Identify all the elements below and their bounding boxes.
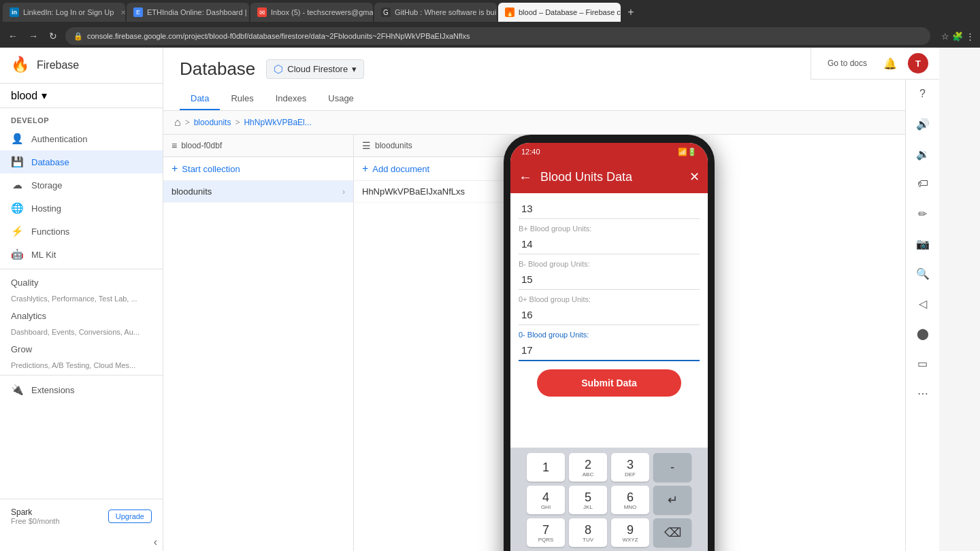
start-collection-button[interactable]: + Start collection — [163, 157, 353, 181]
tab-label-github: GitHub : Where software is built — [395, 8, 497, 16]
key-minus[interactable]: - — [653, 453, 691, 482]
key-enter[interactable]: ↵ — [653, 486, 691, 514]
sidebar-item-mlkit[interactable]: 🤖 ML Kit — [0, 243, 163, 266]
phone-field-label-4: 0+ Blood group Units: — [519, 295, 700, 303]
extensions-icon: 🔌 — [11, 384, 23, 396]
tab-ethindia[interactable]: E ETHIndia Online: Dashboard | De... ✕ — [127, 3, 249, 22]
phone-back-button[interactable]: ← — [519, 169, 532, 185]
grow-label: Grow — [11, 344, 32, 354]
storage-icon: ☁ — [11, 179, 23, 191]
sidebar-item-grow[interactable]: Grow — [0, 339, 163, 360]
phone-close-button[interactable]: ✕ — [689, 169, 700, 184]
tab-firebase[interactable]: 🔥 blood – Database – Firebase con... ✕ — [498, 3, 621, 22]
go-to-docs-button[interactable]: Go to docs — [822, 56, 872, 71]
sidebar-item-quality[interactable]: Quality — [0, 272, 163, 293]
tab-github[interactable]: G GitHub : Where software is built ✕ — [374, 3, 497, 22]
sidebar-item-extensions[interactable]: 🔌 Extensions — [0, 378, 163, 401]
cloud-firestore-selector[interactable]: ⬡ Cloud Firestore ▾ — [266, 59, 364, 79]
tab-favicon-linkedin: in — [10, 7, 19, 17]
phone-field-input-1[interactable] — [519, 199, 700, 219]
tab-indexes[interactable]: Indexes — [265, 88, 318, 110]
menu-button[interactable]: ⋮ — [966, 31, 975, 41]
tab-gmail[interactable]: ✉ Inbox (5) - techscrewers@gmail... ✕ — [250, 3, 373, 22]
undo-button[interactable]: ◁ — [909, 290, 936, 317]
collapse-sidebar-button[interactable]: ‹ — [154, 536, 157, 548]
sidebar-header: 🔥 Firebase — [0, 48, 163, 84]
tab-favicon-gmail: ✉ — [257, 7, 267, 17]
tag-button[interactable]: 🏷 — [909, 170, 936, 197]
phone-field-input-4[interactable] — [519, 305, 700, 325]
key-8[interactable]: 8TUV — [569, 518, 607, 547]
phone-field-input-5[interactable] — [519, 340, 700, 361]
firebase-logo: 🔥 — [11, 56, 30, 75]
volume-down-button[interactable]: 🔉 — [909, 140, 936, 167]
phone-field-4: 0+ Blood group Units: — [519, 295, 700, 325]
key-7[interactable]: 7PQRS — [527, 518, 565, 547]
key-9[interactable]: 9WXYZ — [611, 518, 649, 547]
tab-data[interactable]: Data — [180, 88, 220, 110]
tab-close-linkedin[interactable]: ✕ — [120, 9, 125, 16]
bookmark-button[interactable]: ☆ — [941, 31, 949, 41]
sidebar-item-storage[interactable]: ☁ Storage — [0, 173, 163, 197]
breadcrumb-doc-id[interactable]: HhNpWkVPBaEl... — [244, 118, 311, 127]
url-bar[interactable]: 🔒 console.firebase.google.com/project/bl… — [65, 27, 930, 45]
phone-device: 12:40 📶🔋 ← Blood Units Data ✕ — [504, 135, 715, 551]
tab-label-ethindia: ETHIndia Online: Dashboard | De... — [147, 8, 249, 16]
more-options-button[interactable]: ⋯ — [909, 380, 936, 407]
edit-button[interactable]: ✏ — [909, 200, 936, 227]
sidebar-item-analytics[interactable]: Analytics — [0, 305, 163, 327]
top-right-toolbar: Go to docs 🔔 T — [811, 48, 939, 80]
key-2[interactable]: 2ABC — [569, 453, 607, 482]
record-button[interactable]: ⬤ — [909, 320, 936, 347]
collection-db-name: blood-f0dbf — [181, 141, 222, 150]
new-tab-button[interactable]: + — [622, 3, 640, 21]
tab-label-linkedin: LinkedIn: Log In or Sign Up — [23, 8, 114, 16]
phone-field-3: B- Blood group Units: — [519, 260, 700, 290]
back-button[interactable]: ← — [5, 28, 20, 44]
phone-status-icons: 📶🔋 — [678, 148, 697, 156]
tab-bar: in LinkedIn: Log In or Sign Up ✕ E ETHIn… — [0, 0, 980, 24]
keyboard-row-2: 4GHI 5JKL 6MNO ↵ — [513, 486, 705, 514]
sidebar-item-functions[interactable]: ⚡ Functions — [0, 220, 163, 243]
breadcrumb-home-icon[interactable]: ⌂ — [174, 116, 181, 129]
mlkit-icon: 🤖 — [11, 248, 23, 261]
phone-field-input-2[interactable] — [519, 234, 700, 254]
key-6[interactable]: 6MNO — [611, 486, 649, 514]
volume-up-button[interactable]: 🔊 — [909, 110, 936, 137]
user-avatar[interactable]: T — [908, 53, 928, 73]
tab-linkedin[interactable]: in LinkedIn: Log In or Sign Up ✕ — [3, 3, 125, 22]
project-selector[interactable]: blood ▾ — [0, 84, 163, 108]
crop-button[interactable]: ▭ — [909, 350, 936, 377]
phone-field-input-3[interactable] — [519, 269, 700, 290]
zoom-button[interactable]: 🔍 — [909, 260, 936, 287]
collection-item-bloodunits[interactable]: bloodunits › — [163, 181, 353, 203]
functions-icon: ⚡ — [11, 225, 23, 237]
camera-button[interactable]: 📷 — [909, 230, 936, 257]
sidebar: 🔥 Firebase blood ▾ Develop 👤 Authenticat… — [0, 48, 163, 551]
key-3[interactable]: 3DEF — [611, 453, 649, 482]
notifications-icon[interactable]: 🔔 — [881, 54, 900, 73]
key-5[interactable]: 5JKL — [569, 486, 607, 514]
add-document-label: Add document — [372, 164, 429, 174]
submit-data-button[interactable]: Submit Data — [537, 369, 682, 397]
sidebar-item-database[interactable]: 💾 Database — [0, 150, 163, 173]
authentication-icon: 👤 — [11, 133, 23, 145]
help-button[interactable]: ? — [909, 80, 936, 107]
breadcrumb-bloodunits[interactable]: bloodunits — [194, 118, 231, 127]
sidebar-item-hosting[interactable]: 🌐 Hosting — [0, 197, 163, 220]
breadcrumb-sep-2: > — [235, 118, 240, 127]
sidebar-item-authentication[interactable]: 👤 Authentication — [0, 127, 163, 150]
key-backspace[interactable]: ⌫ — [653, 518, 691, 547]
forward-button[interactable]: → — [26, 28, 41, 44]
key-1[interactable]: 1 — [527, 453, 565, 482]
key-4[interactable]: 4GHI — [527, 486, 565, 514]
tab-usage[interactable]: Usage — [317, 88, 365, 110]
refresh-button[interactable]: ↻ — [46, 28, 60, 44]
extensions-button[interactable]: 🧩 — [952, 31, 963, 41]
browser-actions: ☆ 🧩 ⋮ — [941, 31, 975, 41]
tab-rules[interactable]: Rules — [220, 88, 264, 110]
breadcrumb-sep-1: > — [185, 118, 190, 127]
firestore-arrow-icon: ▾ — [352, 64, 357, 74]
upgrade-button[interactable]: Upgrade — [108, 510, 152, 523]
analytics-label: Analytics — [11, 311, 46, 321]
